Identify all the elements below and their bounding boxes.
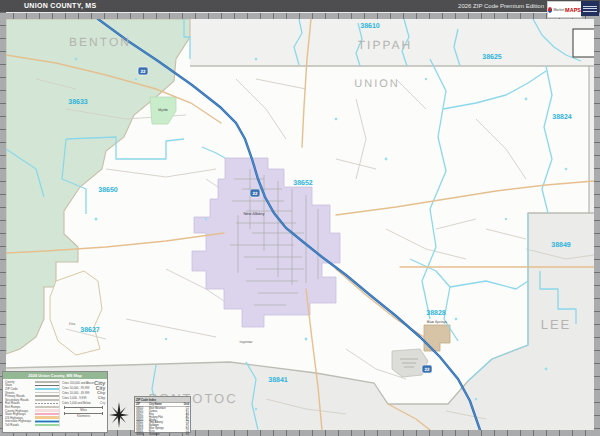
- compass-rose: [108, 402, 130, 430]
- zip-label-38633: 38633: [68, 99, 88, 106]
- legend-swatch: [35, 409, 59, 412]
- logo-text-suffix: MAPS: [565, 7, 581, 13]
- map-page: UNION COUNTY, MS 2026 ZIP Code Premium E…: [0, 0, 600, 436]
- legend-swatch: [35, 406, 59, 408]
- globe-logo-icon: [548, 7, 552, 13]
- logo-text-prefix: Market: [553, 8, 564, 12]
- county-label-lee: LEE: [541, 317, 572, 332]
- zip-label-38627: 38627: [80, 327, 100, 334]
- legend-city-label: Cities 5,000 - 9,999: [62, 396, 86, 400]
- legend-line-items: County State ZIP Code Streets Primary Ro…: [5, 380, 59, 427]
- zip-label-38828: 38828: [426, 310, 446, 317]
- legend-swatch: [35, 424, 59, 427]
- town-label-new-albany: New Albany: [243, 211, 264, 216]
- legend-swatch: [35, 403, 59, 405]
- legend-swatch: [35, 416, 59, 419]
- legend-swatch: [35, 395, 59, 397]
- shield-22-icon: 22: [424, 367, 430, 372]
- ruler-top: [0, 12, 600, 19]
- legend-city-sample: City: [100, 401, 106, 405]
- legend-swatch: [35, 420, 59, 423]
- legend-city-sample: City: [97, 390, 105, 395]
- town-label-myrtle: Myrtle: [158, 108, 168, 112]
- town-label-etta: Etta: [69, 322, 75, 326]
- legend-city-label: Cities 10,000 - 49,999: [62, 391, 89, 395]
- town-label-blue-springs: Blue Springs: [427, 320, 447, 324]
- zip-label-38652: 38652: [293, 180, 313, 187]
- page-title: UNION COUNTY, MS: [24, 2, 96, 9]
- legend-title: 2026 Union County, MS Map: [3, 372, 107, 379]
- zip-label-38650: 38650: [98, 187, 118, 194]
- legend-city-items: Cities 100,000 and AboveCity Cities 50,0…: [59, 380, 105, 427]
- legend-swatch: [35, 388, 59, 390]
- county-label-benton: BENTON: [69, 35, 131, 49]
- legend-swatch: [35, 385, 59, 387]
- title-bar: UNION COUNTY, MS 2026 ZIP Code Premium E…: [0, 0, 600, 12]
- zip-label-38610: 38610: [360, 23, 380, 30]
- zip-label-38849: 38849: [551, 242, 571, 249]
- legend-city-label: Cities 50,000 - 99,999: [62, 386, 89, 390]
- logo-side-box: [581, 1, 599, 16]
- legend-swatch: [35, 392, 59, 394]
- legend-swatch: [35, 381, 59, 383]
- legend-item-label: Toll Roads: [5, 423, 35, 427]
- shield-22-icon: 22: [140, 69, 146, 74]
- edition-label: 2026 ZIP Code Premium Edition: [458, 3, 544, 9]
- legend-swatch: [35, 399, 59, 401]
- legend-city-label: Cities 1,000 and Below: [62, 401, 91, 405]
- shield-22-icon: 22: [252, 191, 258, 196]
- zip-label-38625: 38625: [482, 54, 502, 61]
- marketmaps-logo: Market MAPS: [547, 1, 582, 18]
- legend-city-sample: City: [98, 396, 105, 400]
- legend-swatch: [35, 413, 59, 416]
- zip-code-index: ZIP Code Index ZIP City Name Grid 38610B…: [134, 396, 191, 433]
- ruler-right: [594, 12, 600, 436]
- county-label-union: UNION: [354, 78, 399, 90]
- zip-label-38824: 38824: [552, 114, 572, 121]
- town-label-ingomar: Ingomar: [240, 340, 254, 344]
- map-canvas: 22 22 22 BENTON TIPPAH UNION: [6, 19, 594, 430]
- map-legend: 2026 Union County, MS Map County State Z…: [2, 371, 108, 433]
- scale-bar-miles: Miles: [62, 407, 105, 412]
- legend-city-label: Cities 100,000 and Above: [62, 381, 94, 385]
- county-label-tippah: TIPPAH: [358, 38, 412, 52]
- zip-index-row: 38849GuntownF4: [135, 433, 190, 436]
- inset-locator-box: [573, 29, 594, 57]
- compass-star-icon: [109, 402, 129, 428]
- scale-bar-kilometers: Kilometers: [62, 413, 105, 418]
- zip-label-38841: 38841: [268, 377, 288, 384]
